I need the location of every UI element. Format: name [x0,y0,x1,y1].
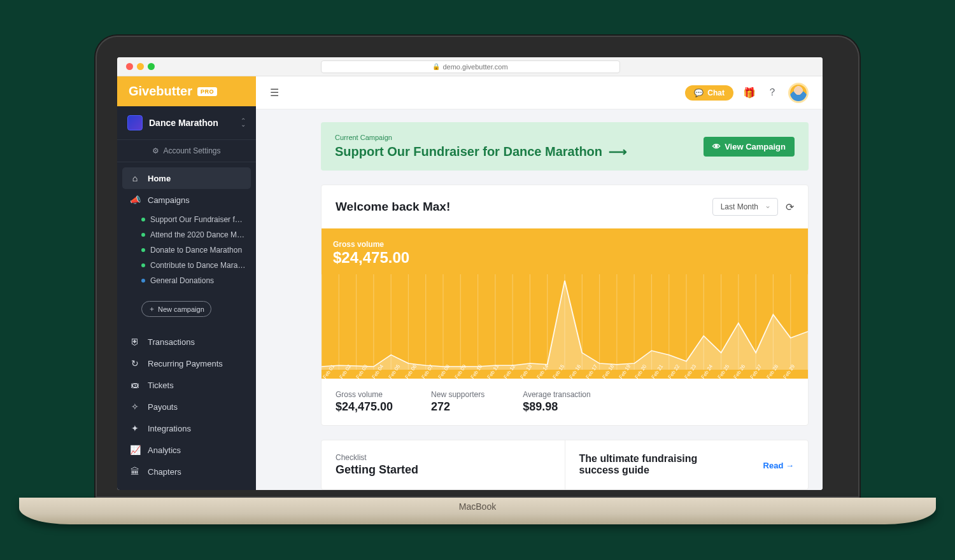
checklist-panel[interactable]: Checklist Getting Started [322,440,565,489]
pro-badge: PRO [197,87,217,96]
stat-label: Average transaction [523,390,591,399]
nav-payouts-label: Payouts [148,402,178,412]
stat-block: New supporters272 [431,390,485,414]
account-selector[interactable]: Dance Marathon ⌃⌄ [117,106,256,140]
main-area: ☰ 💬 Chat 🎁 ？ Current Campai [256,76,823,490]
status-dot-icon [141,248,145,252]
nav-payouts[interactable]: ✧ Payouts [122,396,251,417]
status-dot-icon [141,279,145,283]
view-campaign-button[interactable]: 👁 View Campaign [704,137,795,157]
nav-primary: ⌂ Home 📣 Campaigns Support Our Fundraise… [117,162,256,331]
traffic-close-icon[interactable] [126,63,133,70]
analytics-icon: 📈 [130,445,140,455]
refresh-button[interactable]: ⟳ [786,201,794,213]
browser-chrome: 🔒 demo.givebutter.com [117,57,823,76]
read-link[interactable]: Read → [763,453,794,470]
nav-tickets[interactable]: 🎟 Tickets [122,374,251,396]
banner-title[interactable]: Support Our Fundraiser for Dance Maratho… [335,144,696,159]
nav-chapters[interactable]: 🏛 Chapters [122,461,251,482]
stat-block: Gross volume$24,475.00 [336,390,393,414]
chat-icon: 💬 [694,88,704,97]
campaign-sublist: Support Our Fundraiser for…Attend the 20… [122,212,251,288]
topbar: ☰ 💬 Chat 🎁 ？ [256,76,823,109]
status-dot-icon [141,233,145,237]
refresh-icon: ↻ [130,358,140,368]
nav-analytics-label: Analytics [148,445,181,455]
eye-icon: 👁 [712,142,721,151]
gift-icon[interactable]: 🎁 [742,87,756,99]
account-settings-link[interactable]: ⚙ Account Settings [117,140,256,162]
checklist-label: Checklist [336,453,551,462]
gear-icon: ⚙ [152,146,159,155]
nav-transactions-label: Transactions [148,337,195,347]
lock-icon: 🔒 [432,63,440,70]
view-campaign-label: View Campaign [725,142,786,151]
welcome-heading: Welcome back Max! [336,200,705,214]
nav-home[interactable]: ⌂ Home [122,167,251,189]
sidebar-campaign-item[interactable]: Attend the 2020 Dance Mar… [122,227,251,242]
content: Current Campaign Support Our Fundraiser … [256,109,823,490]
sidebar-campaign-item[interactable]: Contribute to Dance Marat… [122,258,251,273]
date-range-select[interactable]: Last Month [712,198,778,216]
nav-chapters-label: Chapters [148,467,181,477]
account-settings-label: Account Settings [163,146,220,155]
megaphone-icon: 📣 [130,195,140,205]
nav-integrations[interactable]: ✦ Integrations [122,417,251,439]
sidebar-campaign-item[interactable]: Support Our Fundraiser for… [122,212,251,227]
sidebar: Givebutter PRO Dance Marathon ⌃⌄ ⚙ Accou… [117,76,256,490]
gross-volume-value: $24,475.00 [333,249,796,267]
brand-name: Givebutter [129,84,192,99]
brand-bar: Givebutter PRO [117,76,256,106]
sidebar-campaign-label: Attend the 2020 Dance Mar… [150,230,246,239]
guide-panel: Read → The ultimate fundraising success … [565,440,809,489]
sidebar-campaign-item[interactable]: Donate to Dance Marathon [122,242,251,258]
help-icon[interactable]: ？ [765,86,779,99]
nav-recurring[interactable]: ↻ Recurring Payments [122,353,251,374]
area-chart-svg [322,274,808,370]
stat-label: New supporters [431,390,485,399]
sidebar-campaign-label: Contribute to Dance Marat… [150,261,246,270]
stat-value: $89.98 [523,400,591,414]
stats-row: Gross volume$24,475.00New supporters272A… [322,379,808,425]
sidebar-campaign-item[interactable]: General Donations [122,273,251,288]
traffic-max-icon[interactable] [148,63,155,70]
account-name: Dance Marathon [149,118,234,128]
bank-icon: 🏛 [130,466,140,477]
home-icon: ⌂ [130,173,140,183]
banner-title-text: Support Our Fundraiser for Dance Maratho… [335,144,602,159]
screen: 🔒 demo.givebutter.com Givebutter PRO Dan… [117,57,823,490]
new-campaign-button[interactable]: ＋ New campaign [141,301,211,317]
nav-transactions[interactable]: ⛨ Transactions [122,331,251,353]
stat-label: Gross volume [336,390,393,399]
checklist-title: Getting Started [336,463,551,477]
status-dot-icon [141,218,145,221]
sidebar-collapse-button[interactable]: ☰ [270,87,279,99]
current-campaign-banner: Current Campaign Support Our Fundraiser … [321,122,809,171]
url-text: demo.givebutter.com [442,63,507,71]
laptop-frame: 🔒 demo.givebutter.com Givebutter PRO Dan… [96,36,860,524]
read-label: Read [763,461,784,470]
nav-home-label: Home [148,174,171,183]
arrow-right-icon: → [786,461,794,470]
integrations-icon: ✦ [130,423,140,433]
stat-value: $24,475.00 [336,400,393,414]
user-avatar[interactable] [788,83,809,103]
chat-button[interactable]: 💬 Chat [685,85,733,101]
nav-secondary: ⛨ Transactions ↻ Recurring Payments 🎟 Ti… [117,331,256,490]
plus-icon: ＋ [148,304,155,314]
arrow-right-icon: ⟶ [609,144,627,159]
app-root: Givebutter PRO Dance Marathon ⌃⌄ ⚙ Accou… [117,76,823,490]
url-bar[interactable]: 🔒 demo.givebutter.com [321,60,620,73]
nav-analytics[interactable]: 📈 Analytics [122,439,251,461]
new-campaign-label: New campaign [158,305,204,313]
status-dot-icon [141,263,145,267]
gross-volume-label: Gross volume [333,240,796,249]
traffic-min-icon[interactable] [137,63,144,70]
nav-campaigns[interactable]: 📣 Campaigns [122,189,251,211]
gross-volume-chart: Gross volume $24,475.00 Feb 01Feb 02Feb … [322,228,808,379]
chevron-updown-icon: ⌃⌄ [241,119,246,127]
sidebar-campaign-label: Support Our Fundraiser for… [150,215,246,224]
bottom-card: Checklist Getting Started Read → The ult… [321,440,809,490]
ticket-icon: 🎟 [130,380,140,390]
account-avatar-icon [127,115,143,130]
